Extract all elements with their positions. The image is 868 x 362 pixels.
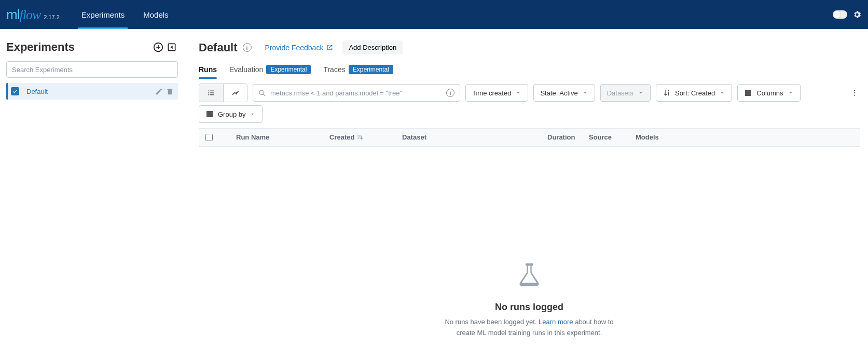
column-duration[interactable]: Duration — [541, 133, 583, 141]
chevron-down-icon — [719, 90, 725, 96]
empty-state: No runs logged No runs have been logged … — [199, 147, 860, 359]
create-experiment-button[interactable] — [152, 41, 164, 53]
state-filter[interactable]: State: Active — [533, 84, 595, 102]
settings-icon[interactable] — [852, 10, 862, 19]
sort-label: Sort: Created — [675, 89, 715, 97]
group-by-button[interactable]: Group by — [199, 105, 263, 123]
main-content: Default i Provide Feedback Add Descripti… — [184, 29, 868, 362]
sidebar-header: Experiments — [6, 40, 178, 54]
chevron-down-icon — [638, 90, 644, 96]
empty-text: No runs have been logged yet. Learn more… — [441, 317, 617, 339]
search-experiments-input[interactable] — [6, 61, 178, 78]
column-dataset[interactable]: Dataset — [396, 133, 541, 141]
mlflow-logo: ml flow 2.17.2 — [6, 7, 60, 23]
nav-tab-experiments[interactable]: Experiments — [72, 0, 134, 29]
column-source[interactable]: Source — [583, 133, 629, 141]
nav-tab-models[interactable]: Models — [134, 0, 177, 29]
chevron-down-icon — [582, 90, 588, 96]
runs-toolbar: i Time created State: Active Datasets So… — [199, 83, 860, 102]
time-created-filter[interactable]: Time created — [465, 84, 528, 102]
collapse-left-icon — [167, 42, 177, 52]
column-created[interactable]: Created — [323, 133, 396, 141]
chart-icon — [231, 88, 240, 98]
info-icon[interactable]: i — [243, 43, 252, 52]
nav-tab-label: Models — [143, 10, 168, 19]
theme-toggle[interactable] — [833, 10, 847, 19]
select-all-column[interactable] — [199, 134, 219, 141]
group-icon — [205, 110, 214, 118]
svg-marker-4 — [171, 46, 173, 49]
runs-search-box[interactable]: i — [253, 84, 460, 102]
runs-table: Run Name Created Dataset Duration Source… — [199, 128, 860, 147]
empty-title: No runs logged — [199, 302, 860, 313]
column-models[interactable]: Models — [629, 133, 681, 141]
learn-more-link[interactable]: Learn more — [539, 318, 573, 326]
top-navbar: ml flow 2.17.2 Experiments Models — [0, 0, 868, 29]
column-label: Run Name — [236, 133, 269, 141]
runs-search-input[interactable] — [270, 89, 446, 97]
list-icon — [206, 88, 216, 98]
runs-toolbar-row2: Group by — [199, 105, 860, 123]
plus-circle-icon — [153, 41, 164, 53]
list-view-button[interactable] — [199, 84, 223, 102]
provide-feedback-link[interactable]: Provide Feedback — [265, 44, 334, 52]
columns-icon — [744, 89, 752, 97]
chevron-down-icon — [250, 111, 256, 117]
filter-label: Datasets — [607, 89, 633, 97]
experimental-badge: Experimental — [349, 65, 393, 74]
column-label: Duration — [547, 133, 575, 141]
chevron-down-icon — [515, 90, 521, 96]
more-actions-button[interactable] — [849, 89, 860, 97]
filter-label: State: Active — [540, 89, 577, 97]
subtab-evaluation[interactable]: Evaluation Experimental — [229, 65, 311, 78]
navbar-right — [833, 10, 862, 19]
chart-view-button[interactable] — [223, 84, 247, 102]
logo-ml: ml — [6, 7, 19, 23]
edit-icon[interactable] — [155, 88, 163, 95]
sort-desc-icon — [356, 134, 364, 141]
search-help-icon[interactable]: i — [446, 89, 454, 97]
svg-rect-13 — [207, 115, 210, 117]
page-header: Default i Provide Feedback Add Descripti… — [199, 40, 860, 54]
collapse-sidebar-button[interactable] — [166, 41, 178, 53]
svg-rect-11 — [207, 112, 210, 114]
subtab-label: Runs — [199, 65, 217, 74]
subtab-label: Evaluation — [229, 65, 263, 74]
subtab-runs[interactable]: Runs — [199, 65, 217, 78]
experiment-item-default[interactable]: Default — [6, 83, 178, 100]
feedback-label: Provide Feedback — [265, 44, 324, 52]
svg-rect-5 — [746, 90, 751, 96]
add-description-button[interactable]: Add Description — [342, 40, 403, 54]
select-all-checkbox[interactable] — [205, 134, 213, 141]
column-label: Created — [329, 133, 354, 141]
experiment-checkbox[interactable] — [11, 87, 19, 95]
column-run-name[interactable]: Run Name — [230, 133, 323, 141]
column-label: Dataset — [402, 133, 426, 141]
sidebar: Experiments Default — [0, 29, 184, 362]
experiment-subtabs: Runs Evaluation Experimental Traces Expe… — [199, 65, 860, 78]
sort-button[interactable]: Sort: Created — [656, 84, 732, 102]
sort-icon — [663, 89, 671, 97]
logo-version: 2.17.2 — [44, 14, 60, 20]
sidebar-title: Experiments — [6, 40, 75, 54]
experimental-badge: Experimental — [266, 65, 311, 74]
empty-text-before: No runs have been logged yet. — [445, 318, 539, 326]
svg-point-10 — [854, 95, 855, 96]
datasets-filter: Datasets — [600, 84, 651, 102]
column-label: Source — [589, 133, 612, 141]
search-icon — [258, 89, 266, 97]
svg-rect-12 — [210, 112, 213, 114]
filter-label: Time created — [472, 89, 511, 97]
svg-point-8 — [854, 90, 855, 91]
subtab-label: Traces — [323, 65, 345, 74]
kebab-icon — [850, 89, 859, 97]
columns-label: Columns — [756, 89, 783, 97]
svg-point-9 — [854, 92, 855, 93]
subtab-traces[interactable]: Traces Experimental — [323, 65, 393, 78]
group-by-label: Group by — [218, 110, 245, 118]
columns-button[interactable]: Columns — [737, 84, 800, 102]
view-toggle — [199, 83, 247, 102]
delete-icon[interactable] — [166, 88, 174, 95]
logo-flow: flow — [19, 7, 40, 23]
experiment-title: Default — [199, 41, 238, 54]
